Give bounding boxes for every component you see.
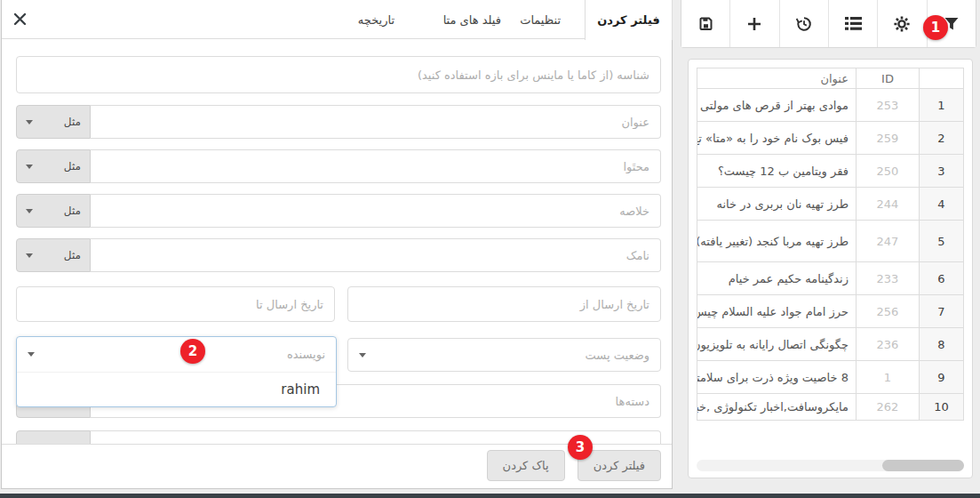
row-id: 236 bbox=[857, 328, 920, 361]
row-title: چگونگی اتصال رایانه به تلویزیون bbox=[697, 328, 857, 361]
table-row[interactable]: 918 خاصیت ویژه ذرت برای سلامتی bbox=[697, 361, 964, 394]
row-title: فقر ویتامین ب 12 چیست؟ bbox=[697, 155, 857, 188]
row-id: 1 bbox=[857, 361, 920, 394]
summary-input[interactable] bbox=[91, 194, 661, 228]
table-row[interactable]: 8236چگونگی اتصال رایانه به تلویزیون bbox=[697, 328, 964, 361]
results-table: ID عنوان 1253موادی بهتر از قرص های مولتی… bbox=[697, 68, 964, 421]
chevron-down-icon bbox=[26, 253, 33, 258]
tab-meta-fields[interactable]: فیلد های متا bbox=[443, 0, 501, 39]
clear-button[interactable]: پاک کردن bbox=[487, 450, 565, 481]
row-number: 5 bbox=[920, 221, 964, 262]
close-button[interactable] bbox=[12, 11, 28, 27]
table-row[interactable]: 10262مایکروسافت,اخبار تکنولوژی ,خبر bbox=[697, 394, 964, 421]
date-to-row bbox=[16, 286, 335, 322]
chevron-down-icon bbox=[26, 209, 33, 213]
summary-operator-button[interactable]: مثل bbox=[16, 194, 91, 228]
row-number: 3 bbox=[920, 155, 964, 188]
row-id: 244 bbox=[857, 188, 920, 221]
content-input[interactable] bbox=[91, 149, 661, 183]
row-number: 9 bbox=[920, 361, 964, 394]
row-title: موادی بهتر از قرص های مولتی و bbox=[697, 89, 857, 122]
id-filter-row bbox=[16, 56, 661, 93]
save-button[interactable] bbox=[681, 0, 729, 47]
step-badge-1: 1 bbox=[923, 15, 948, 40]
row-number: 10 bbox=[920, 394, 964, 421]
row-number: 7 bbox=[920, 295, 964, 328]
rows-button[interactable] bbox=[828, 0, 877, 47]
date-from-row bbox=[347, 286, 661, 322]
scrollbar-thumb[interactable] bbox=[882, 460, 964, 471]
content-filter-row: مثل bbox=[16, 149, 661, 183]
row-id: 253 bbox=[857, 89, 920, 122]
date-to-input[interactable] bbox=[16, 286, 335, 322]
step-badge-3: 3 bbox=[568, 435, 593, 460]
author-placeholder: نویسنده bbox=[287, 348, 325, 361]
tab-settings[interactable]: تنظیمات bbox=[520, 0, 561, 39]
content-operator-button[interactable]: مثل bbox=[16, 149, 91, 183]
gear-icon bbox=[893, 15, 911, 33]
operator-label: مثل bbox=[64, 160, 81, 173]
row-title: زندگینامه حکیم عمر خیام bbox=[697, 262, 857, 295]
table-row[interactable]: 6233زندگینامه حکیم عمر خیام bbox=[697, 262, 964, 295]
table-row[interactable]: 2259فیس بوک نام خود را به «متا» تغ bbox=[697, 122, 964, 155]
tab-filter[interactable]: فیلتر کردن bbox=[585, 0, 673, 40]
row-title: حرز امام جواد علیه السلام چیس bbox=[697, 295, 857, 328]
table-body: 1253موادی بهتر از قرص های مولتی و2259فیس… bbox=[697, 89, 964, 421]
row-number: 4 bbox=[920, 188, 964, 221]
table-row[interactable]: 1253موادی بهتر از قرص های مولتی و bbox=[697, 89, 964, 122]
operator-label: مثل bbox=[64, 116, 81, 128]
save-icon bbox=[697, 15, 714, 32]
title-input[interactable] bbox=[91, 105, 661, 139]
table-horizontal-scrollbar[interactable] bbox=[697, 460, 964, 471]
row-id: 256 bbox=[857, 295, 920, 328]
table-row[interactable]: 7256حرز امام جواد علیه السلام چیس bbox=[697, 295, 964, 328]
row-number: 2 bbox=[920, 122, 964, 155]
row-id: 233 bbox=[857, 262, 920, 295]
header-id: ID bbox=[857, 68, 920, 89]
row-number: 1 bbox=[920, 89, 964, 122]
slug-operator-button[interactable]: مثل bbox=[16, 238, 91, 272]
row-number: 6 bbox=[920, 262, 964, 295]
post-status-combobox[interactable]: وضعیت پست bbox=[347, 338, 661, 372]
slug-input[interactable] bbox=[91, 238, 661, 272]
title-operator-button[interactable]: مثل bbox=[16, 105, 91, 139]
row-id: 247 bbox=[857, 221, 920, 262]
table-header-row: ID عنوان bbox=[697, 68, 964, 89]
settings-button[interactable] bbox=[877, 0, 926, 47]
title-filter-row: مثل bbox=[16, 105, 661, 139]
bottom-bar bbox=[0, 494, 980, 498]
row-title: 8 خاصیت ویژه ذرت برای سلامتی bbox=[697, 361, 857, 394]
row-title: طرز تهیه مربا کنجد (تغییر یافته) bbox=[697, 221, 857, 262]
author-option-rahim[interactable]: rahim bbox=[17, 373, 336, 406]
row-title: مایکروسافت,اخبار تکنولوژی ,خبر bbox=[697, 394, 857, 421]
results-table-wrap: ID عنوان 1253موادی بهتر از قرص های مولتی… bbox=[697, 68, 964, 421]
app-root: تاریخچه فیلد های متا تنظیمات فیلتر کردن … bbox=[0, 0, 980, 498]
chevron-down-icon bbox=[28, 352, 35, 357]
table-row[interactable]: 4244طرز تهیه نان بربری در خانه bbox=[697, 188, 964, 221]
author-combobox: نویسنده rahim bbox=[16, 336, 337, 407]
history-icon bbox=[795, 15, 813, 33]
row-title: فیس بوک نام خود را به «متا» تغ bbox=[697, 122, 857, 155]
date-from-input[interactable] bbox=[347, 286, 661, 322]
author-search-input[interactable]: نویسنده bbox=[17, 337, 336, 373]
table-row[interactable]: 5247طرز تهیه مربا کنجد (تغییر یافته) bbox=[697, 221, 964, 262]
operator-label: مثل bbox=[64, 205, 81, 217]
summary-filter-row: مثل bbox=[16, 194, 661, 228]
header-row-number bbox=[920, 68, 964, 89]
table-row[interactable]: 3250فقر ویتامین ب 12 چیست؟ bbox=[697, 155, 964, 188]
header-title: عنوان bbox=[697, 68, 857, 89]
rows-icon bbox=[845, 17, 862, 30]
step-badge-2: 2 bbox=[180, 339, 205, 364]
add-button[interactable] bbox=[729, 0, 778, 47]
modal-tab-bar: تاریخچه فیلد های متا تنظیمات فیلتر کردن bbox=[2, 0, 672, 39]
row-number: 8 bbox=[920, 328, 964, 361]
history-button[interactable] bbox=[779, 0, 828, 47]
chevron-down-icon bbox=[359, 353, 366, 357]
chevron-down-icon bbox=[26, 120, 33, 124]
results-card: ID عنوان 1253موادی بهتر از قرص های مولتی… bbox=[688, 59, 973, 478]
id-input[interactable] bbox=[16, 56, 661, 93]
row-title: طرز تهیه نان بربری در خانه bbox=[697, 188, 857, 221]
filter-modal: تاریخچه فیلد های متا تنظیمات فیلتر کردن … bbox=[1, 0, 673, 489]
tab-history[interactable]: تاریخچه bbox=[358, 0, 394, 39]
row-id: 259 bbox=[857, 122, 920, 155]
